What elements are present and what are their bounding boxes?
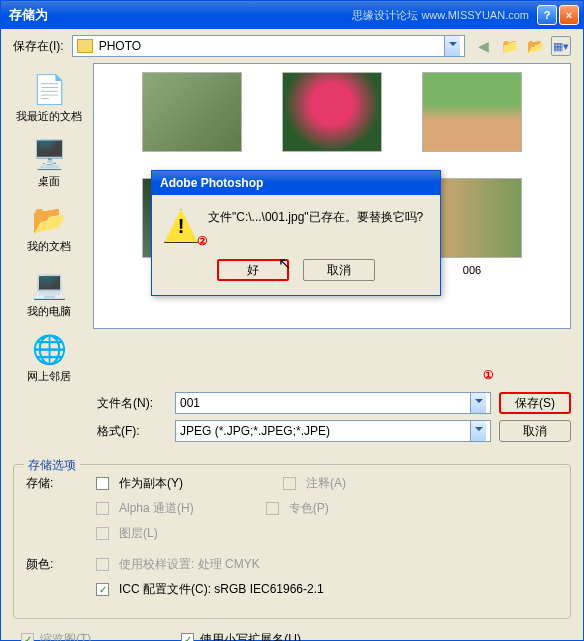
layers-label: 图层(L) — [119, 525, 158, 542]
storage-label: 存储: — [26, 475, 86, 492]
save-in-combo[interactable]: PHOTO — [72, 35, 465, 57]
chevron-down-icon[interactable] — [470, 421, 486, 441]
save-as-window: 存储为 思缘设计论坛 www.MISSYUAN.com ? × 保存在(I): … — [0, 0, 584, 641]
layers-checkbox — [96, 527, 109, 540]
thumbnail-label: 缩览图(T) — [40, 631, 91, 641]
alpha-checkbox — [96, 502, 109, 515]
view-icon[interactable]: ▦▾ — [551, 36, 571, 56]
recent-icon: 📄 — [31, 71, 67, 107]
chevron-down-icon[interactable] — [444, 36, 460, 56]
window-subtitle: 思缘设计论坛 www.MISSYUAN.com — [352, 8, 529, 23]
marker-1: ① — [483, 368, 494, 382]
proof-label: 使用校样设置: 处理 CMYK — [119, 556, 260, 573]
back-icon[interactable]: ◀ — [473, 36, 493, 56]
confirm-dialog: Adobe Photoshop ! 文件"C:\...\001.jpg"已存在。… — [151, 170, 441, 296]
sidebar-item-computer[interactable]: 💻我的电脑 — [13, 266, 85, 319]
thumbnail-checkbox — [21, 633, 34, 641]
color-label: 颜色: — [26, 556, 86, 573]
dialog-title: Adobe Photoshop — [156, 176, 436, 190]
spot-checkbox — [266, 502, 279, 515]
bottom-options: 缩览图(T) 使用小写扩展名(U) — [1, 627, 583, 641]
close-button[interactable]: × — [559, 5, 579, 25]
save-in-value: PHOTO — [99, 39, 444, 53]
format-combo[interactable]: JPEG (*.JPG;*.JPEG;*.JPE) — [175, 420, 491, 442]
dialog-cancel-button[interactable]: 取消 — [303, 259, 375, 281]
filename-input[interactable]: 001 — [175, 392, 491, 414]
sidebar-item-recent[interactable]: 📄我最近的文档 — [13, 71, 85, 124]
proof-checkbox — [96, 558, 109, 571]
window-title: 存储为 — [5, 6, 352, 24]
up-icon[interactable]: 📁 — [499, 36, 519, 56]
documents-icon: 📂 — [31, 201, 67, 237]
annot-checkbox — [283, 477, 296, 490]
thumb-item[interactable] — [282, 72, 382, 158]
form-area: 文件名(N): 001 保存(S) 格式(F): JPEG (*.JPG;*.J… — [1, 384, 583, 456]
sidebar-item-desktop[interactable]: 🖥️桌面 — [13, 136, 85, 189]
lowercase-checkbox[interactable] — [181, 633, 194, 641]
location-bar: 保存在(I): PHOTO ◀ 📁 📂 ▦▾ — [1, 29, 583, 63]
as-copy-checkbox[interactable] — [96, 477, 109, 490]
filename-label: 文件名(N): — [13, 395, 167, 412]
help-button[interactable]: ? — [537, 5, 557, 25]
marker-2: ② — [197, 234, 208, 248]
cancel-button[interactable]: 取消 — [499, 420, 571, 442]
network-icon: 🌐 — [31, 331, 67, 367]
new-folder-icon[interactable]: 📂 — [525, 36, 545, 56]
save-options-box: 存储选项 存储: 作为副本(Y) 注释(A) Alpha 通道(H) 专色(P)… — [13, 464, 571, 619]
lowercase-label: 使用小写扩展名(U) — [200, 631, 301, 641]
sidebar-item-documents[interactable]: 📂我的文档 — [13, 201, 85, 254]
options-title: 存储选项 — [24, 457, 80, 474]
thumb-item[interactable] — [142, 72, 242, 158]
save-button[interactable]: 保存(S) — [499, 392, 571, 414]
thumb-image — [422, 72, 522, 152]
chevron-down-icon[interactable] — [470, 393, 486, 413]
as-copy-label: 作为副本(Y) — [119, 475, 183, 492]
places-sidebar: 📄我最近的文档 🖥️桌面 📂我的文档 💻我的电脑 🌐网上邻居 — [13, 63, 85, 384]
desktop-icon: 🖥️ — [31, 136, 67, 172]
thumb-image — [142, 72, 242, 152]
dialog-message: 文件"C:\...\001.jpg"已存在。要替换它吗? — [208, 209, 428, 243]
titlebar: 存储为 思缘设计论坛 www.MISSYUAN.com ? × — [1, 1, 583, 29]
icc-checkbox[interactable] — [96, 583, 109, 596]
folder-icon — [77, 39, 93, 53]
save-in-label: 保存在(I): — [13, 38, 64, 55]
spot-label: 专色(P) — [289, 500, 329, 517]
thumb-item[interactable] — [422, 72, 522, 158]
thumb-image — [282, 72, 382, 152]
format-label: 格式(F): — [13, 423, 167, 440]
nav-icons: ◀ 📁 📂 ▦▾ — [473, 36, 571, 56]
alpha-label: Alpha 通道(H) — [119, 500, 194, 517]
annot-label: 注释(A) — [306, 475, 346, 492]
dialog-ok-button[interactable]: 好 — [217, 259, 289, 281]
computer-icon: 💻 — [31, 266, 67, 302]
sidebar-item-network[interactable]: 🌐网上邻居 — [13, 331, 85, 384]
warning-icon: ! — [164, 209, 198, 243]
icc-label: ICC 配置文件(C): sRGB IEC61966-2.1 — [119, 581, 324, 598]
